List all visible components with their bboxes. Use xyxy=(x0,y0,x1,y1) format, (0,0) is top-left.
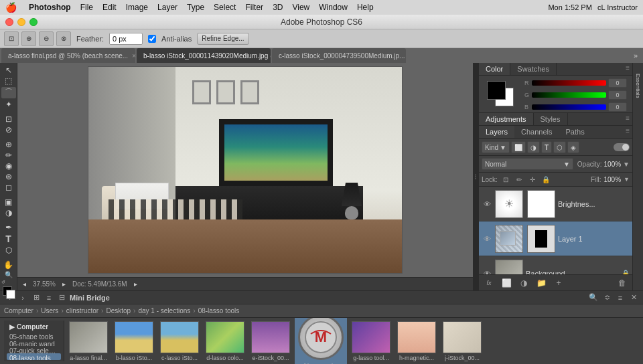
layer-filter-smart[interactable]: ◈ xyxy=(567,141,579,153)
lock-position-btn[interactable]: ✛ xyxy=(527,174,538,185)
antialias-checkbox[interactable] xyxy=(148,35,156,43)
zoom-tool[interactable]: 🔍 xyxy=(1,271,16,278)
path-clinstructor[interactable]: clinstructor xyxy=(66,307,98,314)
bridge-list-view[interactable]: ≡ xyxy=(44,292,54,303)
r-value[interactable]: 0 xyxy=(608,78,627,88)
maximize-button[interactable] xyxy=(29,18,38,26)
lasso-add-btn[interactable]: ⊕ xyxy=(21,31,36,46)
layer-filter-shape[interactable]: ⬡ xyxy=(553,141,566,153)
eyedropper-tool[interactable]: ⊘ xyxy=(1,125,16,134)
apple-menu[interactable]: 🍎 xyxy=(5,2,17,13)
brush-tool[interactable]: ✏ xyxy=(1,151,16,160)
g-value[interactable]: 0 xyxy=(608,90,627,100)
add-adjustment-button[interactable]: ◑ xyxy=(518,277,530,289)
layer-menu[interactable]: Layer xyxy=(157,3,177,12)
layers-kind-dropdown[interactable]: Kind ▼ xyxy=(482,141,510,153)
path-users[interactable]: Users xyxy=(41,307,58,314)
delete-layer-button[interactable]: 🗑 xyxy=(616,277,628,289)
bridge-close[interactable]: ✕ xyxy=(628,292,639,303)
layer-visibility-brightness[interactable]: 👁 xyxy=(482,200,492,208)
thumb-j-istock[interactable]: j-iStock_00... xyxy=(441,320,484,363)
thumb-a-lasso[interactable]: a-lasso final... xyxy=(67,320,110,363)
opacity-value[interactable]: 100% xyxy=(604,161,622,168)
path-computer[interactable]: Computer xyxy=(4,307,33,314)
tab-a-close[interactable]: × xyxy=(132,52,135,60)
magic-wand-tool[interactable]: ✦ xyxy=(1,100,16,109)
bridge-folder-07[interactable]: 07-quick selection xyxy=(7,346,61,353)
blend-mode-dropdown[interactable]: Normal ▼ xyxy=(482,158,573,170)
adjustments-tab[interactable]: Adjustments xyxy=(479,113,534,125)
thumb-g-lasso[interactable]: g-lasso tool... xyxy=(350,320,392,363)
help-menu[interactable]: Help xyxy=(357,3,374,12)
close-button[interactable] xyxy=(5,18,13,26)
thumb-e-istock[interactable]: e-iStock_00... xyxy=(249,320,292,363)
channels-tab[interactable]: Channels xyxy=(514,126,559,139)
add-mask-button[interactable]: ⬜ xyxy=(500,277,512,289)
layer-filter-text[interactable]: T xyxy=(541,141,552,153)
type-menu[interactable]: Type xyxy=(187,3,204,12)
layer-background[interactable]: 👁 Background 🔒 xyxy=(479,256,632,274)
layer-visibility-1[interactable]: 👁 xyxy=(482,235,492,243)
bridge-nav-forward[interactable]: › xyxy=(17,292,28,303)
b-value[interactable]: 0 xyxy=(608,102,627,112)
view-menu[interactable]: View xyxy=(292,3,309,12)
edit-menu[interactable]: Edit xyxy=(102,3,117,12)
lock-transparent-btn[interactable]: ⊡ xyxy=(500,174,511,185)
select-menu[interactable]: Select xyxy=(214,3,236,12)
adj-panel-menu[interactable]: ≡ xyxy=(626,114,630,122)
fill-value[interactable]: 100% xyxy=(604,176,622,183)
layers-tab[interactable]: Layers xyxy=(479,126,514,139)
color-tab[interactable]: Color xyxy=(479,63,510,75)
styles-tab[interactable]: Styles xyxy=(534,113,568,125)
add-layer-button[interactable]: + xyxy=(553,277,565,289)
hand-tool[interactable]: ✋ xyxy=(1,260,16,270)
dodge-tool[interactable]: ◑ xyxy=(1,208,16,217)
thumb-h-magnetic[interactable]: h-magnetic... xyxy=(395,320,438,363)
layers-panel-menu[interactable]: ≡ xyxy=(626,127,630,134)
bridge-search[interactable]: 🔍 xyxy=(588,292,599,303)
eraser-tool[interactable]: ◻ xyxy=(1,183,16,192)
lasso-tool[interactable]: ⌒ xyxy=(1,87,16,98)
crop-tool[interactable]: ⊡ xyxy=(1,114,16,124)
minimize-button[interactable] xyxy=(17,18,25,26)
tool-preset-btn[interactable]: ⊡ xyxy=(4,31,19,46)
path-desktop[interactable]: Desktop xyxy=(106,307,131,314)
layer-brightness[interactable]: 👁 ☀ Brightnes... xyxy=(479,187,632,221)
3d-menu[interactable]: 3D xyxy=(273,3,283,12)
move-tool[interactable]: ↖ xyxy=(1,66,16,75)
thumb-b-lasso[interactable]: b-lasso iSto... xyxy=(113,320,155,363)
fx-button[interactable]: fx xyxy=(483,277,495,289)
zoom-out-btn[interactable]: ◂ xyxy=(23,280,26,288)
tab-b-lasso[interactable]: b-lasso iStock_000011439020Medium.jpg @ … xyxy=(137,48,271,63)
layer-1[interactable]: 👁 Layer 1 xyxy=(479,221,632,256)
bridge-grid-view[interactable]: ⊞ xyxy=(31,292,42,303)
file-menu[interactable]: File xyxy=(80,3,93,12)
clone-tool[interactable]: ◉ xyxy=(1,161,16,171)
bridge-settings[interactable]: ≡ xyxy=(615,292,626,303)
swatches-tab[interactable]: Swatches xyxy=(510,63,557,75)
bridge-filter[interactable]: ≎ xyxy=(601,292,612,303)
essentials-label[interactable]: Essentials xyxy=(634,66,643,106)
bridge-col-view[interactable]: ⊟ xyxy=(56,292,67,303)
color-panel-menu[interactable]: ≡ xyxy=(626,64,630,72)
zoom-in-btn[interactable]: ▸ xyxy=(62,280,66,288)
panel-divider[interactable]: ••• xyxy=(473,63,478,290)
image-menu[interactable]: Image xyxy=(126,3,148,12)
thumb-f-lasso[interactable]: M f-lasso tool... xyxy=(295,318,347,364)
path-lasso[interactable]: 08-lasso tools xyxy=(198,307,240,314)
marquee-tool[interactable]: ⬚ xyxy=(1,76,16,86)
lock-all-btn[interactable]: 🔒 xyxy=(541,174,551,185)
layer-filter-adj[interactable]: ◑ xyxy=(527,141,540,153)
lasso-sub-btn[interactable]: ⊖ xyxy=(39,31,54,46)
thumb-c-lasso[interactable]: c-lasso iSto... xyxy=(158,320,201,363)
bridge-folder-05[interactable]: 05-shape tools xyxy=(7,332,61,339)
tab-c-lasso[interactable]: c-lasso iStock_000004739500Medium.jp... … xyxy=(272,48,406,63)
feather-input[interactable] xyxy=(109,33,143,45)
gradient-tool[interactable]: ▣ xyxy=(1,197,16,207)
path-day1[interactable]: day 1 - selections xyxy=(138,307,190,314)
text-tool[interactable]: T xyxy=(1,234,16,244)
refine-edge-button[interactable]: Refine Edge... xyxy=(197,33,248,45)
tab-overflow[interactable]: » xyxy=(630,48,642,63)
history-tool[interactable]: ⊛ xyxy=(1,172,16,181)
layer-visibility-bg[interactable]: 👁 xyxy=(482,270,492,275)
